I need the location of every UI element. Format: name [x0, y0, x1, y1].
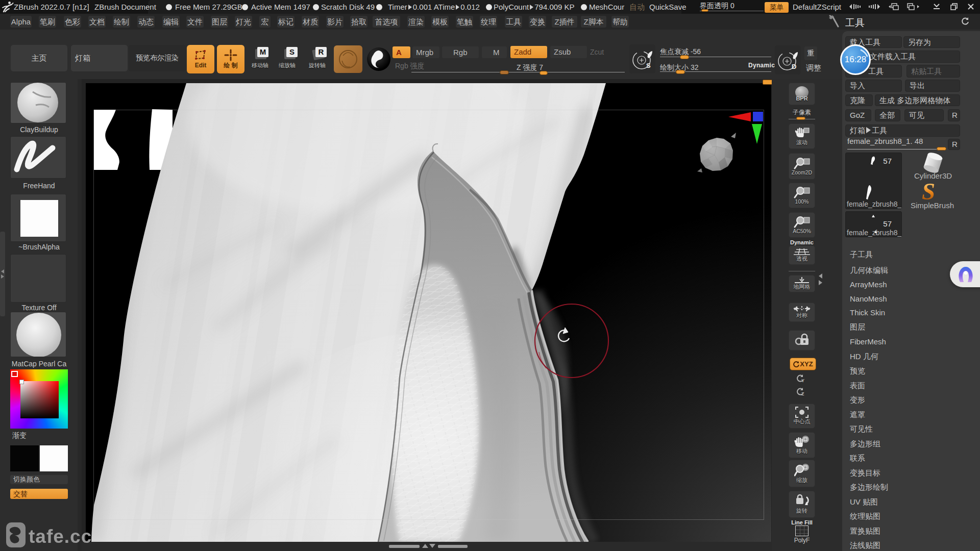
svg-text:57: 57 [883, 219, 892, 228]
svg-text:Z: Z [801, 391, 804, 396]
svg-text:Y: Y [801, 378, 804, 383]
svg-text:D: D [792, 63, 796, 70]
svg-text:57: 57 [883, 157, 892, 165]
svg-text:S: S [646, 62, 651, 69]
